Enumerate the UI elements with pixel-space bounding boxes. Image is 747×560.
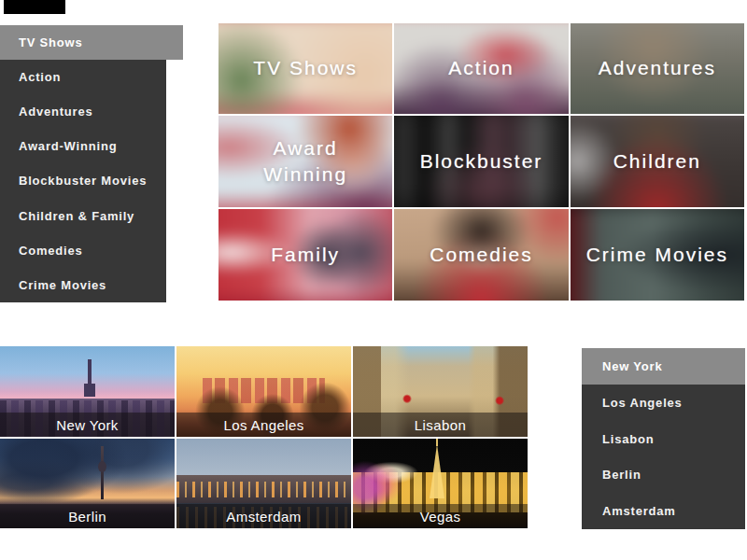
category-sidebar-menu: Action Adventures Award-Winning Blockbus… (0, 60, 166, 302)
sidebar-item-label: Berlin (602, 468, 641, 482)
city-label-band: New York (0, 413, 175, 437)
category-tile-action[interactable]: Action (394, 23, 568, 114)
sidebar-item-new-york-selected[interactable]: New York (582, 348, 745, 385)
sidebar-item-berlin[interactable]: Berlin (582, 457, 745, 494)
city-tile-new-york[interactable]: New York (0, 346, 175, 437)
sidebar-item-blockbuster-movies[interactable]: Blockbuster Movies (0, 163, 166, 198)
category-tile-grid: TV Shows Action Adventures Award Winning… (218, 23, 744, 301)
tile-label: Family (218, 209, 392, 301)
tile-label: Action (394, 23, 568, 114)
city-tile-grid: New York Los Angeles Lisabon Berlin Amst… (0, 346, 528, 528)
category-tile-award-winning[interactable]: Award Winning (218, 116, 392, 207)
sidebar-item-crime-movies[interactable]: Crime Movies (0, 268, 166, 302)
sidebar-item-label: New York (602, 359, 662, 373)
city-tile-vegas[interactable]: Vegas (353, 439, 528, 528)
sidebar-item-comedies[interactable]: Comedies (0, 233, 166, 268)
category-tile-family[interactable]: Family (218, 209, 392, 301)
city-sidebar-menu: Los Angeles Lisabon Berlin Amsterdam (582, 385, 745, 529)
tile-label: TV Shows (218, 23, 392, 114)
city-label-band: Amsterdam (176, 504, 351, 528)
city-tile-amsterdam[interactable]: Amsterdam (176, 439, 351, 528)
sidebar-item-label: Crime Movies (19, 278, 106, 292)
sidebar-item-label: Adventures (19, 105, 93, 119)
city-label: Vegas (420, 509, 461, 525)
eiffel-tower-silhouette (430, 444, 444, 498)
empire-state-building-silhouette (88, 359, 92, 387)
category-tile-children[interactable]: Children (571, 116, 744, 207)
city-tile-lisabon[interactable]: Lisabon (353, 346, 528, 437)
sidebar-item-label: TV Shows (19, 35, 83, 49)
tile-label: Blockbuster (394, 116, 568, 207)
sidebar-item-label: Blockbuster Movies (19, 174, 147, 188)
sidebar-item-label: Comedies (19, 244, 83, 258)
sidebar-item-adventures[interactable]: Adventures (0, 94, 166, 129)
category-tile-tv-shows[interactable]: TV Shows (218, 23, 392, 114)
sidebar-item-award-winning[interactable]: Award-Winning (0, 129, 166, 163)
sidebar-item-action[interactable]: Action (0, 60, 166, 94)
sidebar-item-label: Award-Winning (19, 139, 117, 153)
tile-label: Award Winning (218, 116, 392, 207)
sidebar-item-amsterdam[interactable]: Amsterdam (582, 493, 745, 529)
tile-label: Children (571, 116, 744, 207)
sidebar-item-children-family[interactable]: Children & Family (0, 199, 166, 233)
tv-tower-silhouette (101, 446, 104, 500)
city-tile-berlin[interactable]: Berlin (0, 439, 175, 528)
city-label: Berlin (68, 509, 106, 525)
tile-label: Comedies (394, 209, 568, 301)
category-tile-comedies[interactable]: Comedies (394, 209, 568, 301)
sidebar-item-label: Lisabon (602, 432, 654, 446)
sidebar-item-label: Children & Family (19, 209, 134, 223)
logo-placeholder-block (4, 0, 65, 14)
city-label: Lisabon (415, 417, 466, 433)
tile-label: Adventures (571, 23, 744, 114)
category-tile-blockbuster[interactable]: Blockbuster (394, 116, 568, 207)
tile-label: Crime Movies (571, 209, 744, 301)
sidebar-item-tv-shows-selected[interactable]: TV Shows (0, 25, 183, 60)
sidebar-item-label: Los Angeles (602, 396, 683, 410)
sidebar-item-lisabon[interactable]: Lisabon (582, 421, 745, 457)
sidebar-item-label: Action (19, 70, 61, 84)
category-tile-crime-movies[interactable]: Crime Movies (571, 209, 744, 301)
category-tile-adventures[interactable]: Adventures (571, 23, 744, 114)
city-label: New York (56, 417, 119, 433)
city-label-band: Lisabon (353, 413, 528, 437)
city-label: Amsterdam (226, 509, 301, 525)
city-tile-los-angeles[interactable]: Los Angeles (176, 346, 351, 437)
sidebar-item-los-angeles[interactable]: Los Angeles (582, 385, 745, 421)
city-label-band: Vegas (353, 504, 528, 528)
city-label: Los Angeles (223, 417, 303, 433)
city-label-band: Berlin (0, 504, 175, 528)
city-label-band: Los Angeles (176, 413, 351, 437)
design-canvas: TV Shows Action Adventures Award-Winning… (0, 0, 747, 560)
sidebar-item-label: Amsterdam (602, 504, 676, 518)
